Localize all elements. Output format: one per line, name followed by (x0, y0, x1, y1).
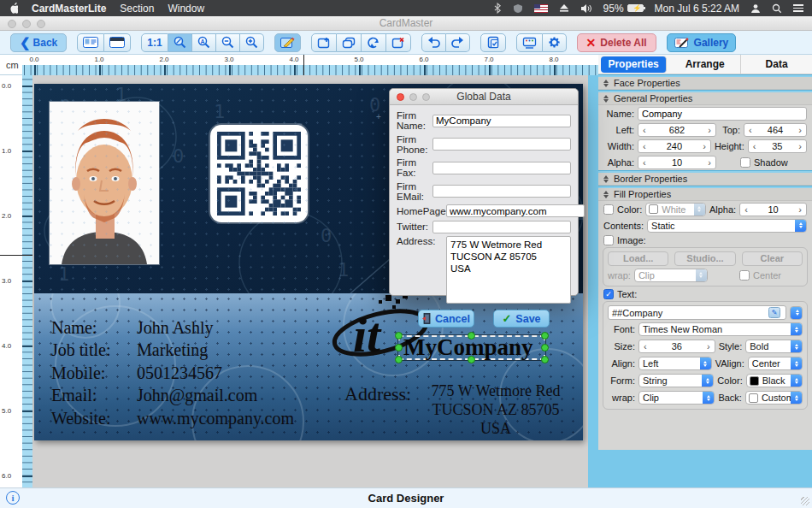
card-address-value[interactable]: 775 W Wetmore Red TUCSON AZ 85705 USA (402, 381, 583, 438)
card-field-row[interactable]: Website:www.mycompany.com (51, 407, 294, 430)
contents-dropdown[interactable]: Static (647, 219, 807, 233)
bluetooth-icon[interactable] (494, 3, 502, 14)
resize-handle[interactable] (541, 332, 549, 340)
card-field-row[interactable]: Name:John Ashly (51, 316, 294, 340)
add-card-button[interactable] (311, 33, 337, 52)
resize-grip[interactable] (801, 497, 809, 505)
alpha-stepper[interactable]: ‹10› (638, 156, 716, 169)
resize-handle[interactable] (468, 356, 475, 363)
top-stepper[interactable]: ‹464› (744, 123, 807, 137)
size-stepper[interactable]: ‹36› (638, 340, 715, 353)
zoom-in-button[interactable] (240, 33, 264, 52)
center-checkbox[interactable] (739, 270, 750, 281)
tab-properties[interactable]: Properties (601, 56, 667, 73)
zoom-cursor-button[interactable] (168, 33, 192, 52)
print-setup-button[interactable] (516, 33, 543, 52)
image-wrap-dropdown[interactable]: Clip (634, 269, 708, 282)
dialog-zoom-button[interactable] (422, 93, 430, 101)
user-icon[interactable] (750, 3, 761, 14)
menu-app-name[interactable]: CardMasterLite (32, 3, 106, 15)
text-checkbox[interactable]: ✓ (603, 289, 614, 299)
volume-icon[interactable] (580, 3, 592, 14)
vpn-shield-icon[interactable] (513, 3, 523, 14)
cancel-button[interactable]: Cancel (418, 310, 474, 328)
notification-center-icon[interactable] (793, 4, 803, 12)
resize-handle[interactable] (541, 344, 549, 351)
text-wrap-dropdown[interactable]: Clip (638, 391, 715, 405)
general-properties-header[interactable]: General Properties (598, 92, 812, 105)
settings-button[interactable] (543, 33, 567, 52)
eject-icon[interactable] (559, 3, 569, 13)
shadow-checkbox[interactable] (740, 157, 750, 168)
battery-status[interactable]: 95% ⚡ (603, 3, 644, 15)
spotlight-search-icon[interactable] (772, 3, 782, 14)
zoom-fit-button[interactable]: A (192, 33, 216, 52)
resize-handle[interactable] (395, 332, 403, 340)
fill-alpha-stepper[interactable]: ‹10› (739, 203, 807, 216)
back-dropdown[interactable]: Custom (745, 391, 803, 405)
info-icon[interactable]: i (6, 491, 20, 505)
firm-phone-field[interactable] (432, 138, 571, 151)
resize-handle[interactable] (468, 332, 475, 340)
address-textarea[interactable]: 775 W Wetmore Red TUCSON AZ 85705 USA (446, 236, 571, 304)
redo-button[interactable] (446, 33, 470, 52)
border-properties-header[interactable]: Border Properties (598, 173, 812, 186)
studio-button[interactable]: Studio... (674, 251, 735, 266)
element-name-field[interactable] (638, 107, 807, 121)
card-field-row[interactable]: Mobile:0501234567 (51, 362, 294, 385)
height-stepper[interactable]: ‹35› (748, 139, 807, 153)
fill-color-checkbox[interactable] (603, 204, 614, 215)
style-dropdown[interactable]: Bold (745, 340, 803, 353)
resize-handle[interactable] (395, 356, 403, 363)
form-dropdown[interactable]: String (638, 374, 714, 387)
firm-email-field[interactable] (432, 185, 571, 198)
load-image-button[interactable]: Load... (608, 251, 668, 266)
close-window-button[interactable] (8, 20, 16, 28)
edit-text-icon[interactable]: ✎ (768, 307, 780, 318)
align-dropdown[interactable]: Left (638, 357, 712, 370)
face-properties-header[interactable]: Face Properties (598, 77, 812, 90)
firm-name-field[interactable] (432, 115, 571, 127)
fill-properties-header[interactable]: Fill Properties (598, 188, 812, 201)
firm-fax-field[interactable] (432, 162, 571, 174)
minimize-window-button[interactable] (22, 20, 31, 28)
edit-design-button[interactable] (274, 33, 301, 52)
menu-window[interactable]: Window (168, 3, 204, 15)
zoom-out-button[interactable] (216, 33, 240, 52)
dialog-close-button[interactable] (397, 93, 404, 101)
text-color-dropdown[interactable]: Black (746, 374, 803, 387)
resize-handle[interactable] (395, 344, 403, 351)
tab-data[interactable]: Data (741, 55, 812, 74)
duplicate-card-button[interactable] (337, 33, 362, 52)
fill-color-dropdown[interactable]: White (645, 203, 706, 216)
menu-clock[interactable]: Mon Jul 6 5:22 AM (655, 3, 739, 15)
homepage-field[interactable] (446, 204, 585, 217)
portrait-photo[interactable] (50, 102, 159, 264)
card-field-row[interactable]: Email:John@gmail.com (51, 385, 294, 408)
undo-button[interactable] (421, 33, 446, 52)
card-face-front-button[interactable] (77, 33, 104, 52)
save-button[interactable]: ✓ Save (493, 310, 550, 328)
text-insert-dropdown[interactable] (790, 306, 803, 320)
input-language-flag-icon[interactable] (534, 4, 548, 13)
dialog-minimize-button[interactable] (409, 93, 417, 101)
clear-image-button[interactable]: Clear (742, 251, 803, 266)
delete-all-button[interactable]: ✕ Delete All (577, 33, 656, 52)
valign-dropdown[interactable]: Center (748, 357, 803, 370)
resize-handle[interactable] (541, 356, 549, 363)
tab-arrange[interactable]: Arrange (669, 55, 741, 74)
text-value-field[interactable]: ##Company ✎ (608, 305, 786, 320)
image-checkbox[interactable] (603, 235, 614, 245)
card-field-row[interactable]: Job title:Marketing (51, 340, 294, 363)
validate-button[interactable] (480, 33, 506, 52)
width-stepper[interactable]: ‹240› (638, 139, 711, 153)
zoom-1-1-button[interactable]: 1:1 (141, 33, 168, 52)
gallery-button[interactable]: Gallery (667, 33, 737, 52)
dialog-title-bar[interactable]: Global Data (390, 89, 578, 105)
back-button[interactable]: ❮ Back (10, 33, 67, 52)
zoom-window-button[interactable] (37, 20, 45, 28)
delete-card-button[interactable] (386, 33, 411, 52)
twitter-field[interactable] (432, 221, 571, 233)
menu-section[interactable]: Section (120, 3, 154, 15)
selected-company-text-element[interactable]: MyCompany (398, 335, 545, 360)
